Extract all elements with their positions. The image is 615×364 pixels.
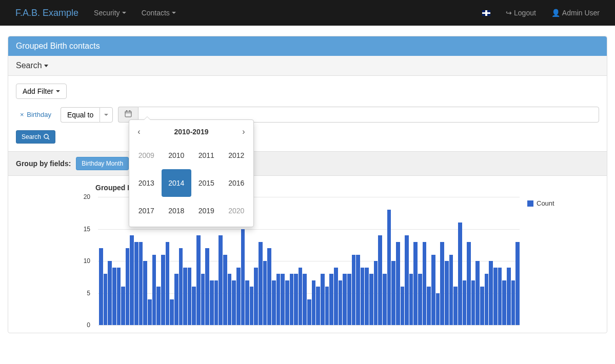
bar[interactable] (436, 293, 440, 326)
bar[interactable] (223, 255, 227, 326)
bar[interactable] (352, 255, 356, 326)
bar[interactable] (254, 268, 258, 326)
bar[interactable] (493, 268, 498, 326)
datepicker-year-2019[interactable]: 2019 (191, 197, 222, 225)
datepicker-year-2015[interactable]: 2015 (191, 169, 222, 197)
bar[interactable] (396, 242, 400, 326)
bar[interactable] (143, 261, 147, 325)
bar[interactable] (347, 274, 351, 325)
bar[interactable] (423, 242, 427, 326)
add-filter-button[interactable]: Add Filter (16, 84, 67, 99)
bar[interactable] (148, 299, 152, 325)
bar[interactable] (312, 280, 316, 326)
bar[interactable] (228, 274, 232, 325)
bar[interactable] (166, 242, 170, 326)
datepicker-year-2012[interactable]: 2012 (222, 141, 252, 169)
bar[interactable] (431, 255, 435, 326)
bar[interactable] (445, 261, 449, 325)
bar[interactable] (383, 274, 387, 325)
bar[interactable] (511, 280, 515, 326)
bar[interactable] (365, 268, 369, 326)
datepicker-prev[interactable]: ‹ (131, 127, 147, 136)
bar[interactable] (170, 299, 174, 325)
bar[interactable] (196, 235, 201, 325)
bar[interactable] (139, 242, 143, 326)
bar[interactable] (440, 242, 444, 326)
bar[interactable] (281, 274, 285, 325)
bar[interactable] (183, 268, 187, 326)
bar[interactable] (409, 274, 413, 325)
bar[interactable] (307, 299, 311, 325)
bar[interactable] (316, 287, 320, 325)
bar[interactable] (515, 242, 520, 326)
bar[interactable] (343, 274, 347, 325)
bar[interactable] (241, 229, 245, 326)
bar[interactable] (210, 280, 214, 326)
datepicker-year-2013[interactable]: 2013 (131, 169, 162, 197)
bar[interactable] (401, 287, 405, 325)
brand-link[interactable]: F.A.B. Example (8, 0, 86, 26)
datepicker-year-2009[interactable]: 2009 (131, 141, 162, 169)
search-button[interactable]: Search (16, 130, 55, 144)
datepicker-year-2014[interactable]: 2014 (162, 169, 192, 197)
datepicker-year-2017[interactable]: 2017 (131, 197, 162, 225)
bar[interactable] (489, 261, 493, 325)
bar[interactable] (387, 210, 391, 325)
bar[interactable] (427, 287, 431, 325)
bar[interactable] (250, 287, 254, 325)
bar[interactable] (126, 248, 130, 325)
datepicker-year-2018[interactable]: 2018 (162, 197, 192, 225)
bar[interactable] (192, 287, 196, 325)
bar[interactable] (259, 242, 263, 326)
nav-security[interactable]: Security (86, 1, 134, 25)
bar[interactable] (179, 248, 183, 325)
bar[interactable] (276, 274, 281, 325)
datepicker-year-2016[interactable]: 2016 (222, 169, 252, 197)
bar[interactable] (117, 268, 121, 326)
bar[interactable] (334, 268, 338, 326)
bar[interactable] (267, 248, 271, 325)
bar[interactable] (161, 255, 165, 326)
bar[interactable] (214, 280, 219, 326)
bar[interactable] (108, 261, 112, 325)
datepicker-next[interactable]: › (236, 127, 251, 136)
user-menu[interactable]: 👤 Admin User (544, 1, 607, 25)
bar[interactable] (205, 248, 209, 325)
bar[interactable] (471, 280, 475, 326)
bar[interactable] (188, 268, 192, 326)
datepicker-year-2020[interactable]: 2020 (222, 197, 252, 225)
bar[interactable] (485, 274, 489, 325)
bar[interactable] (156, 287, 161, 325)
bar[interactable] (134, 242, 138, 326)
bar[interactable] (112, 268, 116, 326)
bar[interactable] (480, 287, 484, 325)
bar[interactable] (263, 261, 267, 325)
bar[interactable] (152, 255, 156, 326)
datepicker-year-2011[interactable]: 2011 (191, 141, 222, 169)
bar[interactable] (498, 268, 502, 326)
bar[interactable] (325, 287, 329, 325)
remove-filter-icon[interactable]: × (20, 111, 24, 118)
language-switch[interactable] (474, 3, 498, 24)
bar[interactable] (356, 255, 360, 326)
bar[interactable] (418, 274, 422, 325)
bar[interactable] (405, 235, 409, 325)
bar[interactable] (174, 274, 178, 325)
bar[interactable] (299, 268, 303, 326)
bar[interactable] (236, 268, 241, 326)
bar[interactable] (374, 261, 378, 325)
bar[interactable] (219, 235, 223, 325)
bar[interactable] (391, 261, 395, 325)
bar[interactable] (321, 274, 325, 325)
bar[interactable] (201, 274, 205, 325)
operator-dropdown-toggle[interactable] (100, 107, 113, 123)
bar[interactable] (453, 287, 458, 325)
bar[interactable] (99, 248, 103, 325)
bar[interactable] (475, 261, 480, 325)
bar[interactable] (121, 287, 125, 325)
group-btn-birthday-month[interactable]: Birthday Month (76, 157, 129, 170)
nav-contacts[interactable]: Contacts (134, 1, 184, 25)
filter-field-tag[interactable]: × Birthday (16, 111, 55, 118)
bar[interactable] (294, 274, 298, 325)
datepicker-title[interactable]: 2010-2019 (147, 128, 236, 136)
